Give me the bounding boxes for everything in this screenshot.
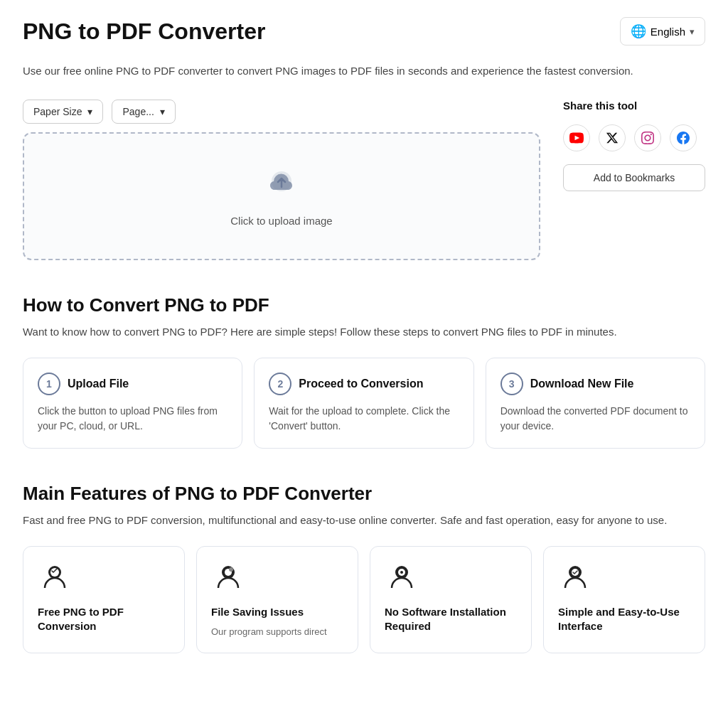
svg-point-5 — [229, 567, 233, 572]
features-grid: Free PNG to PDF Conversion File Saving I… — [23, 546, 705, 653]
step-title-1: Upload File — [68, 378, 129, 390]
paper-size-chevron-icon: ▾ — [87, 106, 92, 117]
step-desc-2: Wait for the upload to complete. Click t… — [269, 404, 459, 434]
step-header-2: 2 Proceed to Conversion — [269, 373, 459, 395]
step-card-3: 3 Download New File Download the convert… — [486, 358, 705, 449]
language-selector[interactable]: 🌐 English ▾ — [620, 17, 705, 46]
paper-size-dropdown[interactable]: Paper Size ▾ — [23, 100, 103, 124]
chevron-down-icon: ▾ — [690, 26, 695, 37]
steps-grid: 1 Upload File Click the button to upload… — [23, 358, 705, 449]
page-label: Page... — [122, 106, 154, 117]
feature-title-4: Simple and Easy-to-Use Interface — [558, 605, 690, 633]
feature-card-1: Free PNG to PDF Conversion — [23, 546, 185, 653]
page-title: PNG to PDF Converter — [23, 18, 265, 45]
step-title-2: Proceed to Conversion — [299, 378, 423, 390]
page-chevron-icon: ▾ — [160, 106, 165, 117]
svg-rect-6 — [225, 569, 228, 571]
step-desc-1: Click the button to upload PNG files fro… — [38, 404, 228, 434]
step-number-3: 3 — [500, 373, 523, 395]
dropdowns-row: Paper Size ▾ Page... ▾ — [23, 100, 540, 124]
feature-card-3: No Software Installation Required — [370, 546, 532, 653]
social-icons-row — [563, 124, 705, 151]
features-section: Main Features of PNG to PDF Converter Fa… — [23, 483, 705, 653]
instagram-icon[interactable] — [634, 124, 661, 151]
svg-point-2 — [50, 568, 59, 577]
feature-avatar-2 — [211, 561, 245, 595]
step-card-2: 2 Proceed to Conversion Wait for the upl… — [254, 358, 473, 449]
feature-card-4: Simple and Easy-to-Use Interface — [543, 546, 705, 653]
step-number-2: 2 — [269, 373, 291, 395]
feature-title-3: No Software Installation Required — [385, 605, 517, 633]
globe-icon: 🌐 — [631, 23, 646, 39]
svg-point-9 — [400, 571, 403, 574]
step-header-3: 3 Download New File — [500, 373, 690, 395]
features-desc: Fast and free PNG to PDF conversion, mul… — [23, 512, 705, 529]
feature-title-2: File Saving Issues — [211, 605, 343, 619]
page-dropdown[interactable]: Page... ▾ — [112, 100, 175, 124]
upload-text: Click to upload image — [230, 215, 332, 227]
feature-avatar-4 — [558, 561, 592, 595]
twitter-x-icon[interactable] — [599, 124, 626, 151]
youtube-icon[interactable] — [563, 124, 590, 151]
feature-avatar-1 — [38, 561, 72, 595]
language-label: English — [651, 26, 685, 38]
subtitle-text: Use our free online PNG to PDF converter… — [23, 63, 705, 80]
how-to-title: How to Convert PNG to PDF — [23, 294, 705, 316]
step-card-1: 1 Upload File Click the button to upload… — [23, 358, 242, 449]
page-header: PNG to PDF Converter 🌐 English ▾ — [23, 17, 705, 46]
converter-right: Share this tool Add to Bookmarks — [563, 100, 705, 191]
feature-card-2: File Saving Issues Our program supports … — [196, 546, 358, 653]
bookmark-button[interactable]: Add to Bookmarks — [563, 164, 705, 191]
feature-desc-2: Our program supports direct — [211, 625, 343, 639]
paper-size-label: Paper Size — [33, 106, 82, 117]
step-header-1: 1 Upload File — [38, 373, 228, 395]
step-title-3: Download New File — [530, 378, 634, 390]
facebook-icon[interactable] — [670, 124, 697, 151]
converter-left: Paper Size ▾ Page... ▾ Click to upload i… — [23, 100, 540, 260]
upload-zone[interactable]: Click to upload image — [23, 132, 540, 260]
converter-area: Paper Size ▾ Page... ▾ Click to upload i… — [23, 100, 705, 260]
features-title: Main Features of PNG to PDF Converter — [23, 483, 705, 505]
feature-title-1: Free PNG to PDF Conversion — [38, 605, 170, 633]
feature-avatar-3 — [385, 561, 419, 595]
how-to-section: How to Convert PNG to PDF Want to know h… — [23, 294, 705, 449]
share-label: Share this tool — [563, 100, 705, 112]
how-to-desc: Want to know how to convert PNG to PDF? … — [23, 323, 705, 341]
step-number-1: 1 — [38, 373, 60, 395]
step-desc-3: Download the converted PDF document to y… — [500, 404, 690, 434]
upload-cloud-icon — [264, 166, 299, 206]
